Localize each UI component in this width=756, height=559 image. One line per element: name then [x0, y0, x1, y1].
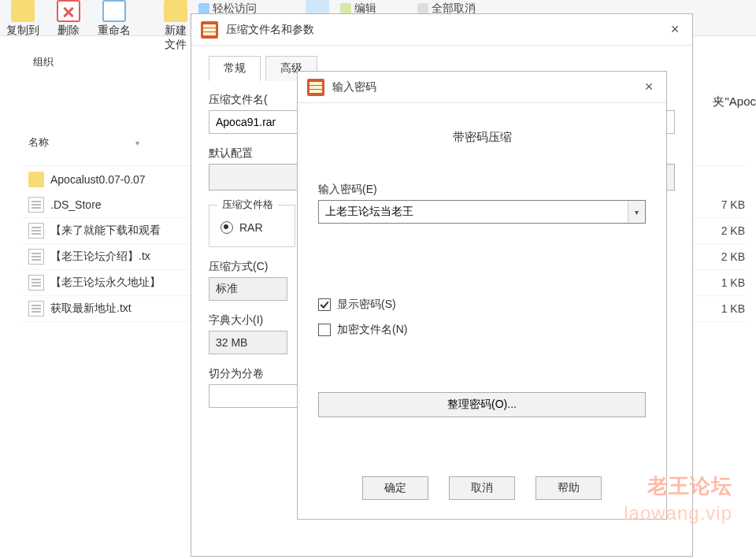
- file-size: 1 KB: [698, 276, 745, 289]
- deselect-icon: [417, 3, 428, 14]
- folder-icon: [11, 0, 35, 22]
- ribbon-new[interactable]: 新建 文件: [164, 0, 187, 52]
- ribbon-copy-to[interactable]: 复制到: [6, 0, 39, 38]
- ribbon-group-organize: 组织: [33, 55, 54, 69]
- password-dialog-title: 输入密码: [332, 80, 641, 94]
- close-icon[interactable]: ×: [641, 79, 657, 95]
- ok-button[interactable]: 确定: [362, 476, 428, 500]
- tab-general[interactable]: 常规: [209, 56, 261, 81]
- method-select[interactable]: 标准: [209, 277, 287, 301]
- show-password-checkbox[interactable]: 显示密码(S): [318, 298, 646, 312]
- method-value: 标准: [216, 282, 238, 296]
- dict-value: 32 MB: [216, 336, 247, 349]
- ribbon-rename[interactable]: 重命名: [98, 0, 131, 38]
- organize-passwords-button[interactable]: 整理密码(O)...: [318, 392, 646, 417]
- easy-access-icon: [198, 3, 209, 14]
- password-dialog: 输入密码 × 带密码压缩 输入密码(E) ▾ 显示密码(S) 加密文件名(N) …: [297, 71, 667, 520]
- chevron-down-icon[interactable]: ▾: [628, 201, 645, 223]
- encrypt-names-checkbox[interactable]: 加密文件名(N): [318, 323, 646, 337]
- rar-app-icon: [201, 21, 218, 39]
- delete-icon: [57, 0, 80, 22]
- checkbox-icon: [318, 324, 331, 336]
- show-password-label: 显示密码(S): [337, 298, 396, 312]
- txt-icon: [28, 275, 44, 291]
- format-legend: 压缩文件格: [217, 198, 278, 212]
- encrypt-names-label: 加密文件名(N): [337, 323, 407, 337]
- file-size: 1 KB: [698, 302, 745, 315]
- file-size: 2 KB: [698, 224, 745, 237]
- txt-icon: [28, 223, 44, 239]
- password-dialog-body: 带密码压缩 输入密码(E) ▾ 显示密码(S) 加密文件名(N) 整理密码(O)…: [298, 103, 666, 519]
- checkbox-checked-icon: [318, 298, 331, 311]
- ribbon-delete[interactable]: 删除: [57, 0, 80, 38]
- txt-icon: [28, 249, 44, 265]
- ribbon-rename-label: 重命名: [98, 24, 131, 38]
- ribbon-new-label: 新建 文件: [165, 24, 187, 52]
- edit-icon: [340, 3, 351, 14]
- help-button[interactable]: 帮助: [536, 476, 602, 500]
- close-icon[interactable]: ×: [667, 21, 683, 38]
- password-combobox[interactable]: ▾: [318, 200, 646, 224]
- search-text-fragment: 夹"Apoc: [713, 94, 756, 109]
- password-dialog-titlebar: 输入密码 ×: [298, 72, 666, 103]
- cancel-button[interactable]: 取消: [449, 476, 515, 500]
- watermark-line2: laowang.vip: [624, 502, 732, 524]
- archive-dialog-titlebar: 压缩文件名和参数 ×: [191, 14, 692, 46]
- password-input[interactable]: [319, 201, 628, 223]
- txt-icon: [28, 301, 44, 317]
- rename-icon: [102, 0, 126, 22]
- dialog-button-row: 确定 取消 帮助: [318, 476, 646, 500]
- format-rar-label: RAR: [239, 221, 263, 234]
- password-heading: 带密码压缩: [318, 130, 646, 145]
- ribbon-delete-label: 删除: [57, 24, 80, 38]
- dict-select[interactable]: 32 MB: [209, 331, 287, 354]
- rar-app-icon: [307, 79, 324, 96]
- new-folder-icon: [164, 0, 187, 22]
- watermark-line1: 老王论坛: [647, 472, 732, 500]
- ribbon-copy-to-label: 复制到: [6, 24, 39, 38]
- archive-dialog-title: 压缩文件名和参数: [226, 23, 667, 37]
- doc-icon: [28, 197, 44, 213]
- format-rar-radio[interactable]: RAR: [220, 221, 284, 234]
- folder-icon: [28, 172, 44, 187]
- file-size: 7 KB: [698, 198, 745, 211]
- column-header-name[interactable]: 名称: [24, 132, 187, 153]
- password-label: 输入密码(E): [318, 183, 646, 197]
- radio-icon: [220, 221, 233, 234]
- file-size: 2 KB: [698, 250, 745, 263]
- split-input[interactable]: [209, 384, 303, 408]
